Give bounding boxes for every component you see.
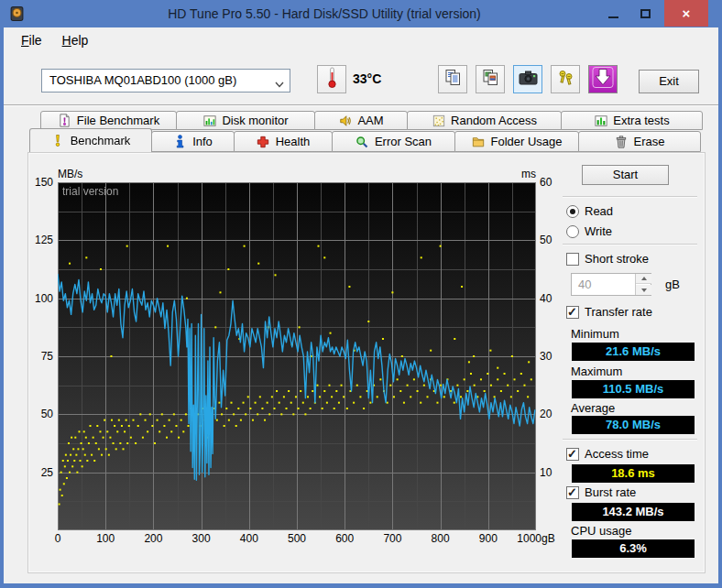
write-radio-row[interactable]: Write xyxy=(566,224,612,238)
close-button[interactable]: × xyxy=(664,0,708,27)
burst-rate-value: 143.2 MB/s xyxy=(572,503,695,521)
tab-label: Extra tests xyxy=(613,114,669,127)
x-tick: 900 xyxy=(479,532,498,545)
temperature-value: 33°C xyxy=(353,65,381,93)
extra-tests-icon xyxy=(594,114,607,127)
y-axis-right-unit: ms xyxy=(505,168,536,180)
y-right-tick: 10 xyxy=(540,466,552,479)
save-button[interactable] xyxy=(588,65,618,93)
access-time-checkbox[interactable] xyxy=(566,448,579,461)
arrow-up-icon xyxy=(641,277,647,280)
tools-icon xyxy=(557,69,574,90)
y-axis-left-ticks: 150125100755025 xyxy=(28,182,53,530)
spinner-up-button[interactable] xyxy=(636,274,651,284)
copy-text-button[interactable] xyxy=(438,65,467,93)
y-right-tick: 20 xyxy=(540,408,552,420)
drive-select-dropdown[interactable]: TOSHIBA MQ01ABD100 (1000 gB) xyxy=(41,69,290,93)
short-stroke-size-value: 40 xyxy=(578,274,591,295)
download-arrow-icon xyxy=(591,66,615,93)
random-access-icon xyxy=(432,114,445,127)
tab-health[interactable]: Health xyxy=(234,131,333,152)
error-scan-icon xyxy=(356,135,369,148)
short-stroke-checkbox[interactable] xyxy=(566,253,579,266)
tab-random-access[interactable]: Random Access xyxy=(407,111,562,130)
tab-label: Health xyxy=(276,135,311,148)
x-tick: 200 xyxy=(144,532,162,545)
y-left-tick: 125 xyxy=(35,234,53,246)
erase-icon xyxy=(615,135,629,148)
read-radio-row[interactable]: Read xyxy=(566,204,613,218)
tab-label: Folder Usage xyxy=(490,135,562,148)
read-radio[interactable] xyxy=(566,205,579,218)
minimize-button[interactable] xyxy=(598,0,629,27)
benchmark-panel: MB/s ms 150125100755025 605040302010 010… xyxy=(27,152,706,573)
menu-help[interactable]: Help xyxy=(52,29,99,51)
transfer-rate-checkbox[interactable] xyxy=(566,306,579,319)
start-button[interactable]: Start xyxy=(582,165,669,185)
tab-benchmark[interactable]: Benchmark xyxy=(29,128,152,152)
info-icon xyxy=(173,135,187,148)
short-stroke-size-input[interactable]: 40 xyxy=(571,273,651,296)
hard-drive-icon xyxy=(9,5,25,22)
menu-file[interactable]: File xyxy=(11,29,52,51)
spinner-down-button[interactable] xyxy=(636,285,651,295)
y-axis-left-unit: MB/s xyxy=(58,168,82,180)
screenshot-button[interactable] xyxy=(513,65,542,93)
x-tick: 1000gB xyxy=(517,532,554,545)
tab-extra-tests[interactable]: Extra tests xyxy=(561,111,703,130)
x-tick: 800 xyxy=(432,532,450,545)
burst-rate-row[interactable]: Burst rate xyxy=(566,485,636,499)
disk-monitor-icon xyxy=(202,114,216,127)
thermometer-icon xyxy=(327,66,337,93)
camera-icon xyxy=(519,70,538,89)
transfer-rate-row[interactable]: Transfer rate xyxy=(566,305,652,319)
copy-image-button[interactable] xyxy=(476,65,505,93)
tab-label: Random Access xyxy=(451,114,537,127)
burst-rate-checkbox[interactable] xyxy=(566,486,579,499)
y-axis-right-ticks: 605040302010 xyxy=(540,182,567,530)
toolbar-divider xyxy=(4,104,718,106)
average-label: Average xyxy=(571,401,615,415)
tab-disk-monitor[interactable]: Disk monitor xyxy=(176,111,315,130)
file-benchmark-icon xyxy=(58,114,71,127)
x-tick: 0 xyxy=(55,532,61,545)
maximize-button[interactable] xyxy=(630,0,661,27)
tab-label: Benchmark xyxy=(71,134,131,147)
chevron-down-icon xyxy=(275,77,284,91)
y-left-tick: 25 xyxy=(41,466,53,479)
y-left-tick: 100 xyxy=(35,292,53,305)
copy-icon xyxy=(444,69,462,90)
arrow-down-icon xyxy=(641,289,647,292)
average-value: 78.0 MB/s xyxy=(572,416,695,434)
x-tick: 500 xyxy=(288,532,306,545)
separator xyxy=(563,439,697,441)
tab-strip-secondary: File BenchmarkDisk monitorAAMRandom Acce… xyxy=(40,111,703,130)
tab-strip-primary: BenchmarkInfoHealthError ScanFolder Usag… xyxy=(29,131,701,152)
short-stroke-row[interactable]: Short stroke xyxy=(566,252,649,266)
tab-folder-usage[interactable]: Folder Usage xyxy=(454,131,579,152)
y-left-tick: 150 xyxy=(35,176,53,189)
tab-erase[interactable]: Erase xyxy=(578,131,701,152)
tools-button[interactable] xyxy=(551,65,580,93)
menu-bar: FileHelp xyxy=(4,27,718,53)
tab-info[interactable]: Info xyxy=(151,131,235,152)
tab-label: Disk monitor xyxy=(222,114,288,127)
title-bar: HD Tune Pro 5.50 - Hard Disk/SSD Utility… xyxy=(0,0,722,27)
drive-select-value: TOSHIBA MQ01ABD100 (1000 gB) xyxy=(49,70,236,92)
app-window: HD Tune Pro 5.50 - Hard Disk/SSD Utility… xyxy=(0,0,722,588)
tab-label: AAM xyxy=(357,114,383,127)
y-right-tick: 50 xyxy=(540,234,552,246)
write-radio[interactable] xyxy=(566,225,579,238)
temperature-button[interactable] xyxy=(317,65,346,93)
maximum-label: Maximum xyxy=(571,365,622,378)
access-time-row[interactable]: Access time xyxy=(566,447,649,461)
cpu-usage-value: 6.3% xyxy=(572,539,695,558)
tab-aam[interactable]: AAM xyxy=(314,111,408,130)
exit-button[interactable]: Exit xyxy=(639,70,699,93)
tab-label: Info xyxy=(192,135,213,148)
x-tick: 700 xyxy=(383,532,401,545)
tab-file-benchmark[interactable]: File Benchmark xyxy=(40,111,177,130)
short-stroke-label: Short stroke xyxy=(585,252,649,266)
tab-error-scan[interactable]: Error Scan xyxy=(332,131,455,152)
x-tick: 600 xyxy=(335,532,354,545)
